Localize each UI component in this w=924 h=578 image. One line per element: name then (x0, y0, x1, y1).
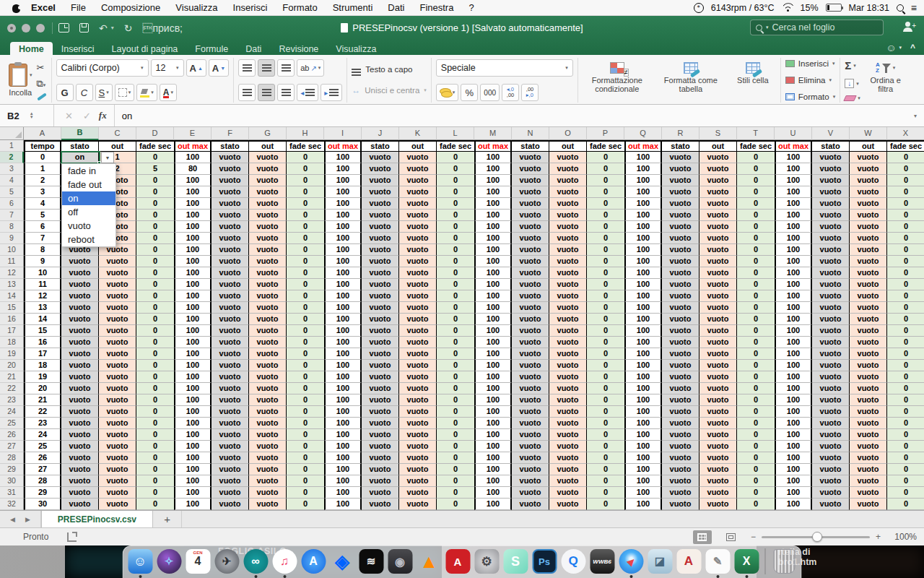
cell-V18[interactable]: vuoto (812, 337, 850, 348)
cell-J4[interactable]: vuoto (362, 175, 399, 186)
cell-K3[interactable]: vuoto (399, 163, 437, 175)
cell-E13[interactable]: 100 (174, 279, 212, 290)
cell-D8[interactable]: 0 (136, 221, 174, 233)
cell-A18[interactable]: 16 (24, 337, 61, 348)
cell-E23[interactable]: 100 (174, 394, 212, 406)
ribbon-tab-visualizza[interactable]: Visualizza (327, 42, 385, 57)
cell-R1[interactable]: stato (662, 140, 699, 152)
cell-Q1[interactable]: out max (624, 140, 662, 152)
cell-A11[interactable]: 9 (24, 256, 61, 267)
cell-J21[interactable]: vuoto (362, 371, 399, 383)
cell-G11[interactable]: vuoto (249, 256, 287, 267)
cell-L15[interactable]: 0 (437, 302, 474, 314)
cell-O13[interactable]: vuoto (549, 279, 587, 290)
cell-L24[interactable]: 0 (437, 406, 474, 418)
copy-icon[interactable]: ⧉▾ (37, 78, 47, 90)
cell-X13[interactable]: 0 (887, 279, 924, 290)
cell-C25[interactable]: vuoto (99, 418, 136, 429)
cell-Q13[interactable]: 100 (624, 279, 662, 290)
cell-L20[interactable]: 0 (437, 360, 474, 371)
cell-N31[interactable]: vuoto (512, 487, 549, 499)
cell-P11[interactable]: 0 (587, 256, 624, 267)
minimize-window-button[interactable] (22, 24, 30, 33)
cell-M14[interactable]: 100 (474, 290, 512, 302)
cell-D27[interactable]: 0 (136, 441, 174, 452)
cell-M32[interactable]: 100 (474, 499, 512, 510)
cell-H18[interactable]: 0 (287, 337, 324, 348)
next-sheet-arrow[interactable]: ▶ (25, 516, 30, 523)
cell-M1[interactable]: out max (474, 140, 512, 152)
search-in-sheet-box[interactable]: ▾ Cerca nel foglio (750, 20, 884, 35)
cell-I14[interactable]: 100 (324, 290, 362, 302)
cell-S19[interactable]: vuoto (699, 348, 737, 360)
cell-C22[interactable]: vuoto (99, 383, 136, 394)
cell-U26[interactable]: 100 (775, 429, 812, 441)
cell-R19[interactable]: vuoto (662, 348, 699, 360)
cell-M8[interactable]: 100 (474, 221, 512, 233)
cell-A19[interactable]: 17 (24, 348, 61, 360)
cell-E22[interactable]: 100 (174, 383, 212, 394)
cell-I31[interactable]: 100 (324, 487, 362, 499)
row-header-20[interactable]: 20 (0, 360, 24, 371)
cell-I2[interactable]: 100 (324, 152, 362, 163)
cell-K6[interactable]: vuoto (399, 198, 437, 210)
cell-M27[interactable]: 100 (474, 441, 512, 452)
cell-M26[interactable]: 100 (474, 429, 512, 441)
cell-O6[interactable]: vuoto (549, 198, 587, 210)
orientation-button[interactable]: ab↗▾ (297, 59, 324, 77)
row-header-1[interactable]: 1 (0, 140, 24, 152)
cell-O7[interactable]: vuoto (549, 210, 587, 221)
cell-B2[interactable]: on (61, 152, 99, 163)
cell-A26[interactable]: 24 (24, 429, 61, 441)
cell-O31[interactable]: vuoto (549, 487, 587, 499)
cell-R13[interactable]: vuoto (662, 279, 699, 290)
cell-G24[interactable]: vuoto (249, 406, 287, 418)
column-header-K[interactable]: K (399, 127, 437, 140)
cell-F4[interactable]: vuoto (212, 175, 249, 186)
cell-K23[interactable]: vuoto (399, 394, 437, 406)
cell-V23[interactable]: vuoto (812, 394, 850, 406)
cell-E8[interactable]: 100 (174, 221, 212, 233)
cell-K12[interactable]: vuoto (399, 267, 437, 279)
cell-S26[interactable]: vuoto (699, 429, 737, 441)
cell-E25[interactable]: 100 (174, 418, 212, 429)
cell-L14[interactable]: 0 (437, 290, 474, 302)
cell-P27[interactable]: 0 (587, 441, 624, 452)
cell-S13[interactable]: vuoto (699, 279, 737, 290)
cell-A27[interactable]: 25 (24, 441, 61, 452)
cell-S30[interactable]: vuoto (699, 475, 737, 487)
thousands-button[interactable]: 000 (480, 84, 500, 101)
cell-J5[interactable]: vuoto (362, 186, 399, 198)
cell-B31[interactable]: vuoto (61, 487, 99, 499)
cell-J30[interactable]: vuoto (362, 475, 399, 487)
column-header-R[interactable]: R (662, 127, 699, 140)
cell-V13[interactable]: vuoto (812, 279, 850, 290)
cell-O25[interactable]: vuoto (549, 418, 587, 429)
cell-J12[interactable]: vuoto (362, 267, 399, 279)
cell-I23[interactable]: 100 (324, 394, 362, 406)
cell-O32[interactable]: vuoto (549, 499, 587, 510)
cell-F27[interactable]: vuoto (212, 441, 249, 452)
cell-I13[interactable]: 100 (324, 279, 362, 290)
cell-X19[interactable]: 0 (887, 348, 924, 360)
column-header-L[interactable]: L (437, 127, 474, 140)
cell-F7[interactable]: vuoto (212, 210, 249, 221)
cell-K27[interactable]: vuoto (399, 441, 437, 452)
cell-T12[interactable]: 0 (737, 267, 775, 279)
cell-P6[interactable]: 0 (587, 198, 624, 210)
cell-N1[interactable]: stato (512, 140, 549, 152)
row-header-23[interactable]: 23 (0, 394, 24, 406)
sort-filter-button[interactable]: AZ ▾ Ordina e filtra (865, 59, 907, 101)
cell-P10[interactable]: 0 (587, 244, 624, 256)
cell-G31[interactable]: vuoto (249, 487, 287, 499)
cell-E4[interactable]: 100 (174, 175, 212, 186)
cell-V22[interactable]: vuoto (812, 383, 850, 394)
cell-R26[interactable]: vuoto (662, 429, 699, 441)
cell-W28[interactable]: vuoto (850, 452, 887, 464)
cell-U13[interactable]: 100 (775, 279, 812, 290)
cell-R4[interactable]: vuoto (662, 175, 699, 186)
cell-D1[interactable]: fade sec (136, 140, 174, 152)
cell-D6[interactable]: 0 (136, 198, 174, 210)
column-header-G[interactable]: G (249, 127, 287, 140)
cell-J16[interactable]: vuoto (362, 314, 399, 325)
